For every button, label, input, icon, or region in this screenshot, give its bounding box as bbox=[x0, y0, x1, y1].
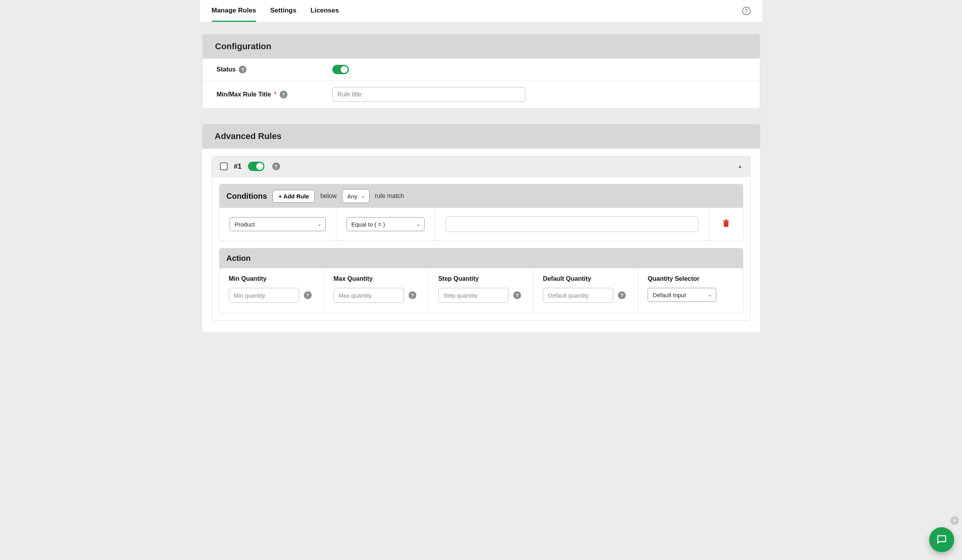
rule-checkbox[interactable] bbox=[220, 162, 228, 170]
chevron-down-icon: ⌄ bbox=[416, 221, 420, 227]
advanced-rules-body: #1 ? ▲ Conditions + Add Rule below Any ⌄ bbox=[202, 149, 760, 332]
help-icon[interactable]: ? bbox=[272, 162, 280, 170]
help-icon[interactable]: ? bbox=[280, 91, 287, 98]
trash-icon[interactable] bbox=[719, 219, 733, 229]
rule-card-header: #1 ? ▲ bbox=[212, 156, 750, 177]
conditions-header: Conditions + Add Rule below Any ⌄ rule m… bbox=[220, 184, 743, 208]
chevron-down-icon: ⌄ bbox=[318, 221, 321, 227]
condition-row: Product ⌄ Equal to ( = ) ⌄ bbox=[220, 208, 743, 241]
required-marker: * bbox=[274, 91, 277, 98]
rule-card: #1 ? ▲ Conditions + Add Rule below Any ⌄ bbox=[212, 156, 751, 321]
advanced-rules-header: Advanced Rules bbox=[202, 124, 760, 149]
condition-operator-select[interactable]: Equal to ( = ) ⌄ bbox=[346, 217, 425, 231]
add-rule-button[interactable]: + Add Rule bbox=[273, 190, 315, 203]
match-any-select[interactable]: Any ⌄ bbox=[342, 189, 369, 203]
chevron-down-icon: ⌄ bbox=[361, 193, 365, 199]
svg-rect-1 bbox=[723, 221, 729, 221]
rule-enable-toggle[interactable] bbox=[248, 162, 264, 171]
configuration-header: Configuration bbox=[203, 34, 760, 59]
max-qty-input[interactable] bbox=[334, 288, 404, 303]
status-label: Status bbox=[217, 66, 236, 73]
collapse-icon[interactable]: ▲ bbox=[738, 164, 742, 169]
action-header: Action bbox=[220, 248, 743, 268]
conditions-box: Conditions + Add Rule below Any ⌄ rule m… bbox=[219, 184, 743, 241]
help-icon[interactable]: ? bbox=[513, 291, 521, 299]
rule-title-row: Min/Max Rule Title * ? bbox=[203, 81, 760, 108]
step-qty-input[interactable] bbox=[438, 288, 509, 303]
svg-rect-2 bbox=[725, 219, 727, 221]
page-help-icon[interactable]: ? bbox=[742, 7, 751, 15]
qty-selector-label: Quantity Selector bbox=[648, 275, 733, 282]
below-label: below bbox=[320, 193, 337, 200]
condition-value-input[interactable] bbox=[445, 216, 699, 232]
min-qty-label: Min Quantity bbox=[229, 275, 314, 282]
conditions-title: Conditions bbox=[227, 192, 267, 201]
tab-bar: Manage Rules Settings Licenses ? bbox=[200, 0, 762, 22]
min-qty-input[interactable] bbox=[229, 288, 299, 303]
status-row: Status ? bbox=[203, 59, 760, 81]
default-qty-label: Default Quantity bbox=[543, 275, 628, 282]
status-toggle[interactable] bbox=[332, 65, 349, 74]
svg-rect-0 bbox=[724, 221, 728, 227]
step-qty-label: Step Quantity bbox=[438, 275, 524, 282]
max-qty-label: Max Quantity bbox=[334, 275, 419, 282]
default-qty-input[interactable] bbox=[543, 288, 613, 303]
tab-licenses[interactable]: Licenses bbox=[311, 0, 339, 22]
action-box: Action Min Quantity ? Max Quantity bbox=[219, 248, 743, 313]
chevron-down-icon: ⌄ bbox=[708, 292, 712, 298]
configuration-panel: Configuration Status ? Min/Max Rule Titl… bbox=[202, 34, 760, 109]
rule-number: #1 bbox=[234, 162, 242, 171]
help-icon[interactable]: ? bbox=[618, 291, 626, 299]
help-icon[interactable]: ? bbox=[409, 291, 416, 299]
action-row: Min Quantity ? Max Quantity ? bbox=[220, 268, 743, 313]
help-icon[interactable]: ? bbox=[239, 66, 246, 73]
qty-selector-select[interactable]: Default Input ⌄ bbox=[648, 288, 716, 302]
rule-title-label: Min/Max Rule Title bbox=[217, 91, 271, 98]
rule-match-label: rule match bbox=[375, 193, 404, 200]
help-icon[interactable]: ? bbox=[304, 291, 312, 299]
condition-field-select[interactable]: Product ⌄ bbox=[230, 217, 326, 231]
rule-title-input[interactable] bbox=[332, 87, 525, 102]
tab-settings[interactable]: Settings bbox=[270, 0, 296, 22]
tab-manage-rules[interactable]: Manage Rules bbox=[212, 0, 256, 22]
